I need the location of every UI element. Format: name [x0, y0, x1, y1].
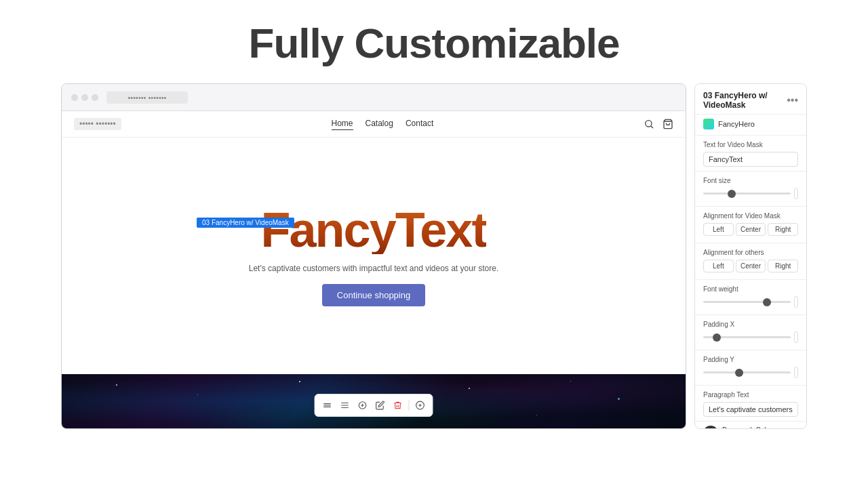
- star: [618, 398, 620, 400]
- paragraph-color-row: Paragraph Color #333333: [695, 421, 806, 429]
- star: [570, 381, 571, 382]
- toolbar-color-pick[interactable]: [412, 397, 429, 413]
- toolbar-move-up[interactable]: [319, 397, 336, 413]
- panel-title: 03 FancyHero w/ VideoMask: [703, 91, 787, 110]
- toolbar-delete[interactable]: [390, 397, 406, 413]
- padding-y-label: Padding Y: [703, 356, 798, 363]
- panel-align-others-section: Alignment for others Left Center Right: [695, 243, 806, 279]
- panel-font-size-section: Font size 10 em: [695, 171, 806, 206]
- panel-paragraph-text-section: Paragraph Text: [695, 386, 806, 421]
- svg-line-1: [651, 126, 653, 128]
- padding-x-slider[interactable]: [703, 336, 791, 338]
- padding-y-value: 200: [795, 367, 798, 378]
- panel-font-weight-section: Font weight 700: [695, 280, 806, 314]
- panel-padding-y-section: Padding Y 200 px: [695, 350, 806, 385]
- padding-x-value: 24: [795, 332, 798, 342]
- star: [469, 388, 470, 389]
- padding-y-slider-row: 200 px: [703, 367, 798, 378]
- font-weight-value: 700: [795, 297, 798, 307]
- font-size-value-box: 10 em: [794, 188, 798, 199]
- star: [536, 415, 537, 415]
- font-size-label: Font size: [703, 177, 798, 184]
- svg-point-0: [646, 121, 652, 127]
- shopify-nav-logo: ••••• •••••••: [74, 118, 121, 130]
- nav-link-home[interactable]: Home: [332, 119, 353, 130]
- browser-mockup: ••••••• ••••••• ••••• ••••••• Home Catal…: [61, 83, 686, 429]
- toolbar-separator: [409, 400, 410, 411]
- star: [116, 384, 117, 386]
- main-layout: 03 FancyHero w/ VideoMask ••••••• ••••••…: [0, 83, 868, 476]
- paragraph-text-label: Paragraph Text: [703, 391, 798, 399]
- nav-link-contact[interactable]: Contact: [406, 119, 433, 130]
- align-video-left[interactable]: Left: [703, 223, 734, 236]
- panel-more-button[interactable]: •••: [787, 94, 798, 106]
- shopify-nav: ••••• ••••••• Home Catalog Contact: [62, 111, 686, 138]
- panel-header: 03 FancyHero w/ VideoMask •••: [695, 84, 806, 115]
- page-title-area: Fully Customizable: [0, 0, 868, 83]
- paragraph-color-copy[interactable]: [790, 428, 798, 430]
- toolbar-move-down[interactable]: [337, 397, 353, 413]
- star: [299, 381, 300, 382]
- align-others-label: Alignment for others: [703, 249, 798, 256]
- browser-url-bar[interactable]: ••••••• •••••••: [106, 92, 188, 104]
- shopify-nav-icons: [644, 119, 673, 129]
- font-weight-slider-row: 700: [703, 296, 798, 308]
- right-panel: 03 FancyHero w/ VideoMask ••• FancyHero …: [694, 83, 807, 429]
- section-tab[interactable]: 03 FancyHero w/ VideoMask: [197, 218, 294, 228]
- shopify-nav-links: Home Catalog Contact: [332, 119, 434, 130]
- padding-y-value-box: 200 px: [794, 367, 798, 378]
- font-weight-label: Font weight: [703, 285, 798, 293]
- browser-dot-red: [71, 94, 78, 101]
- nav-link-catalog[interactable]: Catalog: [366, 119, 393, 130]
- browser-chrome: ••••••• •••••••: [62, 84, 686, 111]
- star: [197, 394, 198, 395]
- browser-traffic-lights: [71, 94, 98, 101]
- browser-dot-yellow: [81, 94, 88, 101]
- toolbar-edit[interactable]: [372, 397, 389, 413]
- panel-app-row: FancyHero: [695, 115, 806, 136]
- panel-align-video-mask-section: Alignment for Video Mask Left Center Rig…: [695, 207, 806, 243]
- align-others-buttons: Left Center Right: [703, 260, 798, 272]
- text-video-mask-label: Text for Video Mask: [703, 141, 798, 148]
- paragraph-color-name: Paragraph Color: [722, 426, 786, 430]
- page-title: Fully Customizable: [0, 19, 868, 67]
- padding-x-label: Padding X: [703, 321, 798, 328]
- align-others-right[interactable]: Right: [768, 260, 798, 272]
- browser-dot-green: [92, 94, 98, 101]
- panel-app-name: FancyHero: [718, 120, 755, 128]
- font-size-value: 10: [795, 188, 798, 199]
- align-others-left[interactable]: Left: [703, 260, 734, 272]
- paragraph-text-input[interactable]: [703, 402, 798, 417]
- hero-paragraph: Let's captivate customers with impactful…: [249, 264, 498, 273]
- cart-icon[interactable]: [663, 119, 673, 129]
- align-video-center[interactable]: Center: [736, 223, 766, 236]
- padding-x-value-box: 24 px: [794, 331, 798, 343]
- font-weight-slider[interactable]: [703, 301, 791, 303]
- panel-padding-x-section: Padding X 24 px: [695, 315, 806, 350]
- section-toolbar: [315, 394, 433, 417]
- padding-x-slider-row: 24 px: [703, 331, 798, 343]
- search-icon[interactable]: [644, 119, 654, 129]
- text-video-mask-input[interactable]: [703, 152, 798, 167]
- panel-text-video-mask-section: Text for Video Mask: [695, 136, 806, 171]
- font-size-slider[interactable]: [703, 192, 791, 195]
- paragraph-color-swatch[interactable]: [703, 426, 718, 429]
- hero-fancy-text: FancyText: [261, 205, 487, 254]
- toolbar-add[interactable]: [355, 397, 371, 413]
- hero-section: FancyText Let's captivate customers with…: [62, 138, 686, 374]
- font-size-slider-row: 10 em: [703, 188, 798, 199]
- align-video-right[interactable]: Right: [768, 223, 798, 236]
- align-video-mask-label: Alignment for Video Mask: [703, 212, 798, 220]
- hero-cta-button[interactable]: Continue shopping: [322, 284, 425, 306]
- paragraph-color-info: Paragraph Color #333333: [722, 426, 786, 430]
- panel-app-icon: [703, 119, 714, 129]
- align-others-center[interactable]: Center: [736, 260, 766, 272]
- padding-y-slider[interactable]: [703, 371, 791, 373]
- font-weight-value-box: 700: [794, 296, 798, 308]
- align-video-mask-buttons: Left Center Right: [703, 223, 798, 236]
